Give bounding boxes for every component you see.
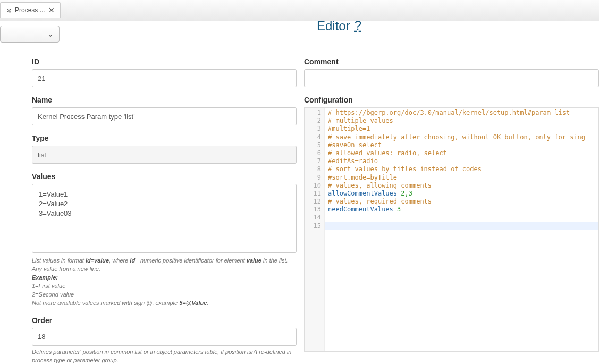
configuration-editor[interactable]: 123456789101112131415 # https://bgerp.or… bbox=[304, 107, 599, 352]
toolbar: ⌄ Editor ? bbox=[0, 21, 599, 43]
tab-label: Process ... bbox=[15, 6, 45, 14]
close-icon[interactable]: ✕ bbox=[48, 6, 55, 14]
shuffle-icon: ⤨ bbox=[6, 6, 12, 14]
id-input[interactable] bbox=[32, 69, 297, 87]
chevron-down-icon: ⌄ bbox=[47, 30, 54, 38]
tab-process[interactable]: ⤨ Process ... ✕ bbox=[0, 2, 61, 18]
order-hint: Defines parameter' position in common li… bbox=[32, 348, 297, 364]
comment-input[interactable] bbox=[304, 69, 599, 87]
order-input[interactable] bbox=[32, 328, 297, 346]
values-hint: List values in format id=value, where id… bbox=[32, 257, 297, 308]
type-input[interactable] bbox=[32, 146, 297, 164]
name-input[interactable] bbox=[32, 107, 297, 125]
toolbar-dropdown[interactable]: ⌄ bbox=[0, 26, 60, 43]
help-icon[interactable]: ? bbox=[355, 18, 361, 34]
tab-bar: ⤨ Process ... ✕ bbox=[0, 0, 599, 21]
name-label: Name bbox=[32, 96, 297, 104]
editor-heading: Editor ? bbox=[317, 18, 361, 34]
code-gutter: 123456789101112131415 bbox=[305, 108, 325, 351]
editor-title-text: Editor bbox=[317, 19, 350, 33]
order-label: Order bbox=[32, 316, 297, 325]
comment-label: Comment bbox=[304, 57, 599, 66]
id-label: ID bbox=[32, 57, 297, 66]
values-textarea[interactable] bbox=[32, 184, 297, 253]
values-label: Values bbox=[32, 172, 297, 181]
code-lines[interactable]: # https://bgerp.org/doc/3.0/manual/kerne… bbox=[325, 108, 598, 230]
configuration-label: Configuration bbox=[304, 96, 599, 104]
type-label: Type bbox=[32, 134, 297, 142]
